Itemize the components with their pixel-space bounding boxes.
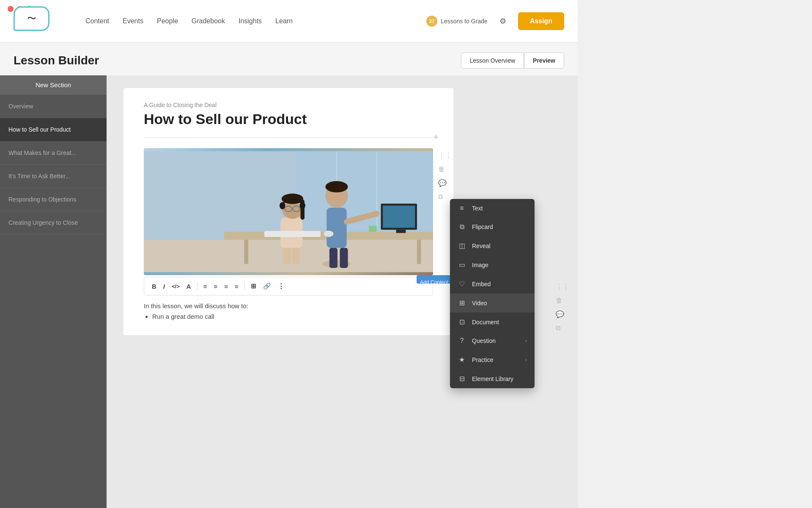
svg-rect-32 (369, 226, 377, 232)
question-icon: ? (458, 337, 466, 345)
svg-rect-10 (383, 206, 415, 228)
outdent-button[interactable]: ≡ (232, 281, 241, 292)
dropdown-embed[interactable]: ♡ Embed (450, 274, 535, 293)
table-button[interactable]: ⊞ (248, 281, 259, 292)
dropdown-text[interactable]: ≡ Text (450, 199, 535, 218)
delete-icon[interactable]: 🗑 (438, 166, 452, 173)
svg-point-15 (325, 181, 348, 193)
lessons-badge-count: 27 (426, 16, 437, 27)
dropdown-practice-label: Practice (472, 356, 494, 363)
svg-point-31 (324, 231, 334, 237)
preview-button[interactable]: Preview (524, 52, 564, 69)
nav-events[interactable]: Events (123, 17, 143, 25)
lessons-to-grade[interactable]: 27 Lessons to Grade (426, 16, 488, 27)
dropdown-image[interactable]: ▭ Image (450, 255, 535, 274)
practice-icon: ★ (458, 356, 466, 364)
flipcard-icon: ⧉ (458, 223, 466, 231)
add-section-button[interactable]: + (431, 132, 442, 143)
dropdown-question[interactable]: ? Question › (450, 331, 535, 350)
svg-rect-13 (326, 208, 347, 248)
text-toolbar: B I </> A ≡ ≡ ≡ ≡ ⊞ 🔗 ⋮ (144, 277, 433, 295)
unordered-list-button[interactable]: ≡ (201, 281, 210, 292)
settings-button[interactable]: ⚙ (496, 14, 510, 28)
page-header: Lesson Builder Lesson Overview Preview (0, 42, 578, 75)
section-divider (144, 138, 433, 138)
link-button[interactable]: 🔗 (261, 281, 274, 292)
dropdown-video[interactable]: ⊞ Video (450, 293, 535, 312)
main-nav: Content Events People Gradebook Insights… (85, 17, 293, 25)
element-library-icon: ⊟ (458, 375, 466, 383)
font-size-button[interactable]: A (184, 281, 194, 292)
assign-button[interactable]: Assign (518, 12, 564, 30)
page: Lesson Builder Lesson Overview Preview N… (0, 42, 578, 508)
toolbar-separator (197, 282, 198, 290)
page-title: Lesson Builder (14, 54, 99, 67)
lesson-card: A Guide to Closing the Deal How to Sell … (123, 88, 453, 335)
dropdown-element-library[interactable]: ⊟ Element Library (450, 369, 535, 388)
new-section-label: New Section (36, 81, 71, 88)
dropdown-document[interactable]: ⊡ Document (450, 312, 535, 331)
code-button[interactable]: </> (169, 282, 182, 291)
dropdown-text-label: Text (472, 205, 483, 212)
dropdown-video-label: Video (472, 300, 487, 306)
sidebar-item-what-makes[interactable]: What Makes for a Great... (0, 141, 107, 165)
topbar-right: 27 Lessons to Grade ⚙ Assign (426, 12, 564, 30)
new-section-button[interactable]: New Section (0, 75, 107, 95)
svg-rect-11 (396, 230, 406, 233)
editor-area: A Guide to Closing the Deal How to Sell … (107, 75, 578, 508)
comment-icon[interactable]: 💬 (438, 179, 452, 187)
dropdown-element-library-label: Element Library (472, 375, 513, 382)
lesson-subtitle: A Guide to Closing the Deal (144, 102, 433, 108)
more-options-button[interactable]: ⋮ (275, 281, 287, 292)
image-block (144, 148, 433, 275)
image-icon: ▭ (458, 261, 466, 269)
sidebar-item-how-to-sell[interactable]: How to Sell our Product (0, 118, 107, 141)
dropdown-document-label: Document (472, 319, 499, 326)
dropdown-flipcard[interactable]: ⧉ Flipcard (450, 218, 535, 236)
italic-button[interactable]: I (161, 281, 167, 292)
document-icon: ⊡ (458, 318, 466, 326)
sidebar-item-label: Responding to Objections (8, 196, 76, 203)
text-comment-icon[interactable]: 💬 (556, 310, 569, 318)
copy-icon[interactable]: ⧉ (438, 193, 452, 201)
text-copy-icon[interactable]: ⧉ (556, 324, 569, 332)
nav-content[interactable]: Content (85, 17, 109, 25)
lesson-overview-button[interactable]: Lesson Overview (461, 52, 524, 69)
text-delete-icon[interactable]: 🗑 (556, 297, 569, 304)
video-icon: ⊞ (458, 299, 466, 307)
nav-gradebook[interactable]: Gradebook (192, 17, 225, 25)
dropdown-flipcard-label: Flipcard (472, 224, 493, 230)
lessons-to-grade-label: Lessons to Grade (441, 18, 488, 25)
nav-learn[interactable]: Learn (275, 17, 293, 25)
sidebar-item-ask-better[interactable]: It's Time to Ask Better... (0, 165, 107, 188)
nav-insights[interactable]: Insights (239, 17, 262, 25)
svg-rect-29 (293, 248, 300, 264)
text-drag-icon[interactable]: ⋮⋮ (556, 283, 569, 291)
drag-handle-icon[interactable]: ⋮⋮ (438, 152, 452, 160)
lesson-title: How to Sell our Product (144, 111, 433, 127)
logo-icon: 〜 (27, 12, 36, 25)
sidebar-item-label: What Makes for a Great... (8, 149, 76, 156)
ordered-list-button[interactable]: ≡ (211, 281, 220, 292)
svg-rect-28 (284, 248, 291, 264)
add-content-button[interactable]: Add Content (417, 275, 452, 284)
sidebar-item-label: It's Time to Ask Better... (8, 173, 70, 179)
sidebar-item-label: Creating Urgency to Close (8, 219, 78, 226)
sidebar-item-label: How to Sell our Product (8, 126, 71, 133)
sidebar-item-creating-urgency[interactable]: Creating Urgency to Close (0, 211, 107, 235)
indent-button[interactable]: ≡ (222, 281, 230, 292)
sidebar: New Section Overview How to Sell our Pro… (0, 75, 107, 508)
dropdown-reveal[interactable]: ◫ Reveal (450, 236, 535, 255)
dropdown-image-label: Image (472, 262, 488, 268)
content-area: New Section Overview How to Sell our Pro… (0, 75, 578, 508)
svg-point-24 (300, 202, 305, 209)
svg-rect-30 (264, 231, 321, 237)
dropdown-practice[interactable]: ★ Practice › (450, 350, 535, 369)
reveal-icon: ◫ (458, 242, 466, 250)
bold-button[interactable]: B (149, 281, 159, 292)
sidebar-item-responding[interactable]: Responding to Objections (0, 188, 107, 211)
sidebar-item-overview[interactable]: Overview (0, 95, 107, 118)
svg-rect-18 (340, 248, 348, 268)
topbar: 〜 Content Events People Gradebook Insigh… (0, 0, 578, 42)
nav-people[interactable]: People (157, 17, 178, 25)
